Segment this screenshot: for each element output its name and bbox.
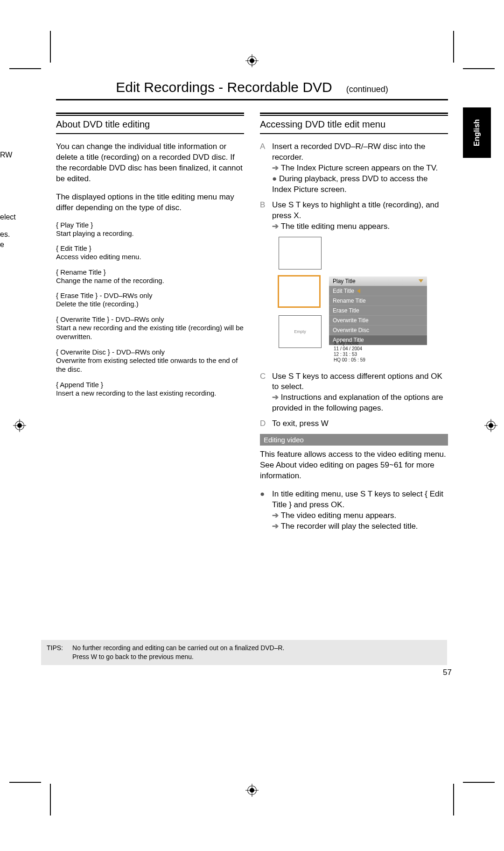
intro-paragraph: You can change the individual title info… (56, 142, 244, 184)
menu-metadata: 3. My movie 11 / 04 / 2004 12 : 31 : 53 … (334, 340, 365, 363)
arrow-icon: ➔ (272, 222, 281, 231)
step-note: During playback, press DVD to access the… (272, 174, 427, 194)
option-desc: Start playing a recording. (56, 229, 244, 238)
option-title: { Edit Title } (56, 244, 244, 252)
title-rule (56, 99, 448, 100)
step-letter: B (260, 200, 269, 232)
option-title: { Erase Title } - DVD–RWs only (56, 291, 244, 299)
option-title: { Append Title } (56, 381, 244, 389)
option-item: { Overwrite Title } - DVD–RWs only Start… (56, 315, 244, 341)
step-a: A Insert a recorded DVD–R/–RW disc into … (260, 142, 448, 195)
registration-mark-icon (484, 419, 497, 432)
page-content: Edit Recordings - Recordable DVD (contin… (56, 79, 448, 537)
option-desc: Overwrite from existing selected title o… (56, 356, 244, 374)
crop-mark (9, 68, 41, 69)
tips-line: Press W to go back to the previous menu. (72, 653, 194, 660)
cropped-text: e (0, 240, 4, 250)
crop-mark (453, 31, 454, 63)
step-b: B Use S T keys to highlight a title (rec… (260, 200, 448, 232)
step-result: The title editing menu appears. (281, 222, 390, 231)
option-item: { Append Title } Insert a new recording … (56, 381, 244, 398)
chevron-down-icon (419, 279, 423, 283)
tips-line: No further recording and editing can be … (72, 644, 284, 652)
option-desc: Start a new recording and the existing t… (56, 323, 244, 341)
step-text: In title editing menu, use S T keys to s… (272, 489, 443, 509)
option-desc: Delete the title (recording.) (56, 299, 244, 309)
option-desc: Change the name of the recording. (56, 276, 244, 285)
crop-mark (50, 784, 51, 816)
menu-row-overwrite-title: Overwrite Title (329, 316, 427, 326)
menu-row-label: Play Title (333, 278, 356, 284)
thumbnail (279, 237, 322, 269)
title-edit-menu-diagram: Empty Play Title Edit Title Rename Title… (274, 237, 428, 363)
option-desc: Insert a new recording to the last exist… (56, 389, 244, 398)
step-result: The video editing menu appears. (281, 511, 397, 520)
option-title: { Rename Title } (56, 268, 244, 276)
arrow-icon: ➔ (272, 163, 281, 172)
step-letter: C (260, 371, 269, 414)
arrow-icon: ➔ (272, 511, 281, 520)
menu-row-edit-title: Edit Title (329, 286, 427, 296)
cropped-text: RW (0, 150, 12, 160)
tips-bar: TIPS: No further recording and editing c… (41, 640, 447, 665)
left-column: About DVD title editing You can change t… (56, 113, 244, 537)
thumbnail-empty: Empty (279, 315, 322, 348)
option-item: { Play Title } Start playing a recording… (56, 221, 244, 238)
registration-mark-icon (245, 54, 259, 67)
bullet-icon: ● (260, 489, 269, 532)
menu-row-play-title: Play Title (329, 277, 427, 286)
menu-row-rename-title: Rename Title (329, 296, 427, 306)
option-item: { Edit Title } Access video editing menu… (56, 244, 244, 262)
editing-video-bullet: ● In title editing menu, use S T keys to… (260, 489, 448, 532)
intro-paragraph: The displayed options in the title editi… (56, 192, 244, 213)
page-title: Edit Recordings - Recordable DVD (116, 79, 332, 95)
menu-row-label: Edit Title (333, 288, 354, 294)
title-edit-menu: Play Title Edit Title Rename Title Erase… (329, 277, 427, 345)
meta-line: HQ 00 : 05 : 59 (334, 357, 365, 363)
option-title: { Overwrite Disc } - DVD–RWs only (56, 348, 244, 356)
bullet-icon: ● (272, 174, 279, 183)
step-letter: A (260, 142, 269, 195)
meta-line: 12 : 31 : 53 (334, 352, 365, 357)
crop-mark (453, 784, 454, 816)
step-result: Instructions and explanation of the opti… (272, 393, 443, 412)
menu-row-overwrite-disc: Overwrite Disc (329, 326, 427, 335)
cropped-text: elect (0, 213, 16, 222)
option-item: { Rename Title } Change the name of the … (56, 268, 244, 285)
step-result: The recorder will play the selected titl… (281, 522, 418, 531)
editing-video-heading: Editing video (260, 434, 448, 446)
step-result: The Index Picture screen appears on the … (281, 163, 438, 172)
section-heading-access: Accessing DVD title edit menu (260, 119, 448, 134)
step-d: D To exit, press W (260, 418, 448, 429)
option-item: { Erase Title } - DVD–RWs only Delete th… (56, 291, 244, 309)
tips-label: TIPS: (47, 644, 63, 661)
crop-mark (463, 68, 495, 69)
registration-mark-icon (245, 784, 259, 797)
menu-row-erase-title: Erase Title (329, 306, 427, 316)
crop-mark (50, 31, 51, 63)
section-heading-about: About DVD title editing (56, 119, 244, 134)
continued-label: (continued) (346, 85, 388, 94)
option-title: { Play Title } (56, 221, 244, 229)
option-desc: Access video editing menu. (56, 252, 244, 262)
step-text: To exit, press W (272, 419, 329, 428)
step-c: C Use S T keys to access different optio… (260, 371, 448, 414)
step-letter: D (260, 418, 269, 429)
option-title: { Overwrite Title } - DVD–RWs only (56, 315, 244, 323)
chevron-left-icon (357, 289, 360, 293)
language-tab: English (463, 107, 491, 158)
step-text: Use S T keys to access different options… (272, 372, 442, 391)
editing-video-desc: This feature allows access to the video … (260, 449, 448, 482)
right-column: Accessing DVD title edit menu A Insert a… (260, 113, 448, 537)
language-label: English (473, 119, 481, 146)
cropped-text: es. (0, 230, 10, 240)
meta-line: 3. My movie (334, 340, 365, 346)
arrow-icon: ➔ (272, 393, 281, 402)
section-rule (260, 113, 448, 116)
thumbnail-selected (278, 275, 321, 308)
page-number: 57 (443, 668, 452, 677)
crop-mark (463, 782, 495, 783)
arrow-icon: ➔ (272, 522, 281, 531)
meta-line: 11 / 04 / 2004 (334, 346, 365, 352)
section-rule (56, 113, 244, 116)
